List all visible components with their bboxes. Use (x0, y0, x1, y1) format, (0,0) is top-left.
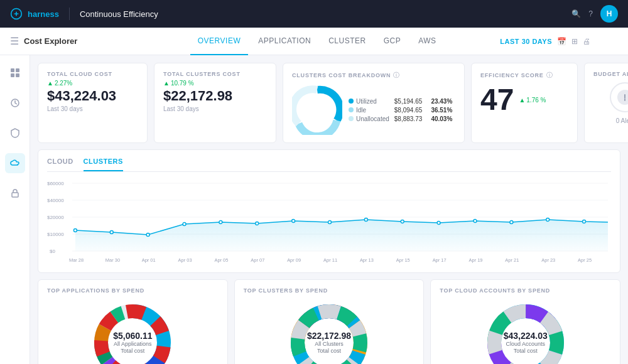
top-applications-center: $5,060.11 All ApplicationsTotal cost (113, 331, 152, 355)
svg-text:Apr 01: Apr 01 (142, 257, 156, 263)
logo: harness (10, 8, 59, 20)
topnav-actions: 🔍 ? H (571, 5, 618, 23)
main-content: TOTAL CLOUD COST ▲2.27% $43,224.03 Last … (30, 55, 628, 364)
top-cloud-accounts-value: $43,224.03 (504, 331, 548, 341)
breakdown-info-icon: ⓘ (393, 71, 399, 80)
svg-text:$40000: $40000 (47, 198, 64, 203)
svg-text:Mar 30: Mar 30 (106, 257, 120, 263)
copy-icon[interactable]: ⊞ (571, 37, 578, 46)
svg-point-21 (183, 223, 186, 226)
app-title: Continuous Efficiency (80, 9, 561, 19)
total-cloud-cost-sub: Last 30 days (47, 105, 138, 112)
top-navigation: harness Continuous Efficiency 🔍 ? H (0, 0, 628, 28)
svg-point-7 (617, 90, 628, 105)
legend-unallocated: Unallocated $8,883.73 40.03% (349, 115, 452, 122)
top-applications-donut: $5,060.11 All ApplicationsTotal cost (89, 299, 176, 364)
chart-tab-cloud[interactable]: CLOUD (47, 158, 73, 171)
svg-text:$0: $0 (50, 249, 55, 254)
svg-text:Apr 25: Apr 25 (578, 257, 592, 263)
svg-rect-3 (11, 73, 14, 77)
subnav-left: ☰ Cost Explorer (10, 35, 77, 47)
svg-text:Apr 17: Apr 17 (433, 257, 447, 263)
tab-gcp[interactable]: GCP (376, 28, 409, 55)
chart-area: $60000 $40000 $20000 $10000 $0 (47, 177, 611, 265)
total-cloud-cost-label: TOTAL CLOUD COST (47, 71, 138, 77)
svg-text:Apr 19: Apr 19 (469, 257, 483, 263)
top-applications-label: TOP APPLICATIONS BY SPEND (47, 287, 219, 294)
utilized-dot (349, 99, 354, 104)
svg-point-22 (219, 221, 222, 224)
breakdown-legend: Utilized $5,194.65 23.43% Idle $8,094.65… (349, 98, 452, 122)
user-avatar[interactable]: H (600, 5, 618, 23)
svg-text:Mar 28: Mar 28 (69, 257, 84, 263)
bottom-cards: TOP APPLICATIONS BY SPEND $5, (38, 279, 620, 364)
svg-text:Apr 23: Apr 23 (541, 257, 555, 263)
unallocated-dot (349, 116, 354, 121)
breakdown-donut (292, 85, 342, 135)
svg-text:Apr 03: Apr 03 (178, 257, 192, 263)
total-clusters-cost-label: TOTAL CLUSTERS COST (163, 71, 267, 77)
top-cloud-accounts-sublabel: Cloud AccountsTotal cost (504, 341, 548, 355)
efficiency-score-label: EFFICIENCY SCORE (480, 72, 544, 78)
svg-text:$10000: $10000 (47, 232, 64, 237)
efficiency-change: ▲1.76 % (519, 97, 546, 104)
top-applications-sublabel: All ApplicationsTotal cost (113, 341, 152, 355)
budget-alert-card: BUDGET ALERT 0 Alert (584, 63, 628, 143)
print-icon[interactable]: 🖨 (583, 37, 590, 46)
svg-text:$20000: $20000 (47, 215, 64, 220)
summary-cards: TOTAL CLOUD COST ▲2.27% $43,224.03 Last … (38, 63, 620, 143)
nav-divider (69, 8, 70, 20)
svg-point-31 (546, 218, 550, 222)
total-cloud-cost-change: ▲2.27% (47, 80, 138, 87)
svg-text:Apr 21: Apr 21 (505, 257, 519, 263)
top-clusters-value: $22,172.98 (307, 331, 351, 341)
svg-text:Apr 05: Apr 05 (214, 257, 228, 263)
svg-point-27 (401, 220, 404, 223)
tab-overview[interactable]: OVERVIEW (190, 28, 248, 55)
svg-text:Apr 13: Apr 13 (360, 257, 374, 263)
svg-text:$60000: $60000 (47, 181, 64, 186)
total-clusters-cost-sub: Last 30 days (163, 105, 267, 112)
clusters-cost-breakdown-card: CLUSTERS COST BREAKDOWN ⓘ (283, 63, 465, 143)
menu-icon[interactable]: ☰ (10, 35, 19, 47)
svg-point-20 (146, 233, 149, 237)
help-icon[interactable]: ? (588, 9, 593, 18)
tab-aws[interactable]: AWS (411, 28, 443, 55)
svg-point-24 (292, 220, 295, 223)
svg-point-19 (110, 231, 113, 234)
svg-point-26 (364, 218, 367, 222)
top-cloud-accounts-card: TOP CLOUD ACCOUNTS BY SPEND $43,224.03 C… (430, 279, 620, 364)
legend-idle: Idle $8,094.65 36.51% (349, 107, 452, 114)
total-cloud-cost-card: TOTAL CLOUD COST ▲2.27% $43,224.03 Last … (38, 63, 148, 143)
svg-point-30 (510, 221, 513, 224)
svg-point-32 (583, 220, 586, 223)
tab-cluster[interactable]: CLUSTER (321, 28, 374, 55)
subnav-right: LAST 30 DAYS 📅 ⊞ 🖨 (500, 37, 590, 46)
search-icon[interactable]: 🔍 (571, 9, 581, 18)
svg-text:Apr 15: Apr 15 (396, 257, 410, 263)
tab-application[interactable]: APPLICATION (251, 28, 318, 55)
efficiency-score-value: 47 (480, 85, 514, 115)
svg-rect-1 (11, 68, 14, 72)
date-range-button[interactable]: LAST 30 DAYS (500, 38, 552, 45)
top-clusters-sublabel: All ClustersTotal cost (307, 341, 351, 355)
section-title: Cost Explorer (24, 36, 77, 46)
trend-chart-svg: $60000 $40000 $20000 $10000 $0 (47, 177, 611, 265)
sidebar-item-lock[interactable] (5, 183, 25, 203)
top-cloud-accounts-donut: $43,224.03 Cloud AccountsTotal cost (482, 299, 570, 364)
svg-rect-6 (12, 193, 18, 197)
total-clusters-cost-card: TOTAL CLUSTERS COST ▲10.79 % $22,172.98 … (154, 63, 276, 143)
sidebar-item-grid[interactable] (5, 63, 25, 83)
top-applications-card: TOP APPLICATIONS BY SPEND $5, (38, 279, 228, 364)
chart-tab-clusters[interactable]: CLUSTERS (84, 158, 123, 171)
calendar-icon[interactable]: 📅 (557, 37, 566, 46)
budget-alert-icon (616, 88, 628, 106)
chart-tabs: CLOUD CLUSTERS (47, 158, 611, 172)
total-clusters-cost-change: ▲10.79 % (163, 80, 267, 87)
sidebar-item-clock[interactable] (5, 93, 25, 113)
harness-logo-icon (10, 8, 23, 20)
sidebar-item-cloud[interactable] (5, 153, 25, 173)
nav-tabs: OVERVIEW APPLICATION CLUSTER GCP AWS (190, 28, 444, 55)
sidebar-item-shield[interactable] (5, 123, 25, 143)
total-clusters-cost-value: $22,172.98 (163, 88, 267, 104)
